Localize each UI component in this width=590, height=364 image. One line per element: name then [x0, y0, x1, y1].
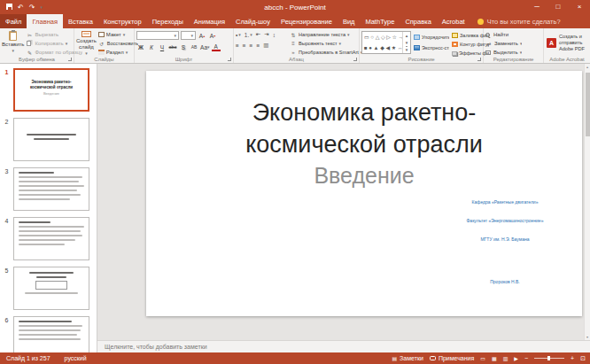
- notes-pane[interactable]: Щелкните, чтобы добавить заметки: [97, 340, 590, 352]
- zoom-in-button[interactable]: +: [571, 355, 574, 361]
- canvas-scrollbar[interactable]: ▴ ▾: [584, 64, 590, 340]
- zoom-slider[interactable]: [534, 358, 564, 359]
- text-direction-button[interactable]: ⇅ Направление текста ▾: [290, 31, 362, 38]
- normal-view-button[interactable]: ▭: [480, 355, 485, 361]
- slide-subtitle[interactable]: Введение: [146, 163, 582, 189]
- thumbnail-slide-1[interactable]: Экономика ракетно- космической отрасли В…: [13, 68, 89, 112]
- slide-title[interactable]: Экономика ракетно- космической отрасли: [146, 97, 582, 160]
- tab-view[interactable]: Вид: [338, 14, 361, 28]
- thumbnail-row-4[interactable]: 4: [0, 217, 97, 260]
- fit-to-window-button[interactable]: ⊡: [580, 355, 586, 362]
- tab-animations[interactable]: Анимация: [189, 14, 230, 28]
- bullets-button[interactable]: •▾: [236, 32, 241, 38]
- save-button[interactable]: [6, 4, 12, 12]
- character-spacing-button[interactable]: АВ: [190, 43, 198, 51]
- language-indicator[interactable]: русский: [65, 355, 87, 361]
- numbering-button[interactable]: 1.▾: [245, 32, 252, 38]
- tab-file[interactable]: Файл: [0, 14, 27, 28]
- scroll-up-icon[interactable]: ▴: [586, 65, 588, 69]
- font-dialog-launcher[interactable]: [228, 58, 231, 61]
- italic-button[interactable]: К: [147, 43, 156, 51]
- comments-toggle-button[interactable]: Примечания: [430, 355, 474, 361]
- qat-customize-button[interactable]: ▾: [40, 4, 43, 10]
- zoom-slider-knob[interactable]: [547, 356, 550, 360]
- align-left-button[interactable]: ≡: [236, 43, 239, 49]
- thumbnail-row-3[interactable]: 3: [0, 167, 97, 211]
- strikethrough-button[interactable]: abc: [168, 43, 177, 51]
- thumbnail-slide-6[interactable]: [13, 316, 89, 352]
- redo-button[interactable]: ↷: [29, 4, 35, 12]
- layout-button[interactable]: Макет ▾: [98, 31, 138, 38]
- text-shadow-button[interactable]: S: [179, 43, 188, 51]
- increase-indent-button[interactable]: ⇥: [264, 31, 268, 38]
- change-case-button[interactable]: Аа▾: [200, 43, 210, 51]
- justify-button[interactable]: ≡: [256, 43, 260, 49]
- convert-smartart-button[interactable]: » Преобразовать в SmartArt ▾: [290, 49, 362, 56]
- slideshow-button[interactable]: ▶: [514, 355, 518, 361]
- thumbnail-slide-3[interactable]: [13, 167, 89, 211]
- columns-button[interactable]: ▥: [263, 42, 268, 49]
- paste-button[interactable]: Вставить ▾: [2, 30, 24, 56]
- zoom-out-button[interactable]: −: [524, 355, 528, 361]
- thumbnail-row-6[interactable]: 6: [0, 316, 97, 352]
- tab-home[interactable]: Главная: [27, 14, 63, 28]
- shapes-more-icon[interactable]: ▾: [406, 46, 408, 52]
- scroll-down-icon[interactable]: ▾: [586, 335, 588, 339]
- clipboard-dialog-launcher[interactable]: [68, 58, 72, 61]
- tell-me-search[interactable]: Что вы хотите сделать?: [470, 14, 568, 28]
- reset-button[interactable]: ↺ Восстановить: [98, 40, 138, 47]
- thumbnail-row-2[interactable]: 2: [0, 118, 97, 161]
- shapes-scroll-down-icon[interactable]: ▾: [406, 40, 408, 45]
- arrange-button[interactable]: Упорядочить: [414, 34, 449, 41]
- notes-toggle-button[interactable]: ▤ Заметки: [392, 355, 423, 361]
- new-slide-button[interactable]: Создать слайд ▾: [76, 30, 97, 56]
- maximize-button[interactable]: □: [547, 0, 569, 14]
- slide-author[interactable]: Пророков Н.В.: [439, 279, 571, 284]
- paragraph-dialog-launcher[interactable]: [353, 58, 357, 61]
- thumbnail-slide-5[interactable]: [13, 267, 89, 310]
- align-text-button[interactable]: ≡ Выровнять текст ▾: [290, 40, 362, 47]
- font-name-select[interactable]: ▾: [136, 31, 179, 40]
- tab-slideshow[interactable]: Слайд-шоу: [230, 14, 276, 28]
- underline-button[interactable]: Ч: [158, 43, 167, 51]
- reading-view-button[interactable]: ▥: [503, 355, 508, 361]
- thumbnail-slide-2[interactable]: [13, 118, 89, 161]
- select-button[interactable]: Выделить ▾: [485, 49, 522, 56]
- tab-help[interactable]: Справка: [400, 14, 436, 28]
- slide-counter[interactable]: Слайд 1 из 257: [6, 355, 50, 361]
- find-button[interactable]: Найти: [485, 31, 522, 38]
- current-slide[interactable]: Экономика ракетно- космической отрасли В…: [146, 71, 582, 316]
- tab-review[interactable]: Рецензирование: [276, 14, 338, 28]
- shapes-scroll-up-icon[interactable]: ▴: [406, 33, 408, 38]
- drawing-dialog-launcher[interactable]: [477, 58, 481, 61]
- close-button[interactable]: ×: [569, 0, 590, 14]
- tab-design[interactable]: Конструктор: [98, 14, 147, 28]
- thumbnail-row-5[interactable]: 5: [0, 267, 97, 310]
- thumbnail-slide-4[interactable]: [13, 217, 89, 260]
- align-center-button[interactable]: ≡: [243, 43, 246, 49]
- slide-credits[interactable]: Кафедра «Ракетные двигатели» Факультет «…: [439, 199, 571, 255]
- undo-button[interactable]: ↶: [18, 4, 24, 12]
- tab-transitions[interactable]: Переходы: [147, 14, 189, 28]
- bold-button[interactable]: Ж: [136, 43, 145, 51]
- font-size-select[interactable]: ▾: [181, 31, 196, 40]
- replace-button[interactable]: ⇄ Заменить ▾: [485, 40, 522, 47]
- minimize-button[interactable]: ─: [526, 0, 547, 14]
- shapes-gallery[interactable]: ▭ ○ △ ◇ ▷ ☆ → ■ ● ▲ ◆ ◀ ★ ↔ ▴ ▾ ▾: [361, 31, 411, 54]
- section-button[interactable]: Раздел ▾: [98, 49, 138, 56]
- decrease-indent-button[interactable]: ⇤: [256, 31, 260, 38]
- align-right-button[interactable]: ≡: [250, 43, 253, 49]
- tab-insert[interactable]: Вставка: [63, 14, 98, 28]
- grow-font-button[interactable]: А▴: [198, 31, 206, 40]
- slide-sorter-view-button[interactable]: ▦: [492, 355, 497, 361]
- scrollbar-thumb[interactable]: [586, 73, 590, 136]
- thumbnail-row-1[interactable]: 1 Экономика ракетно- космической отрасли…: [0, 68, 97, 112]
- line-spacing-button[interactable]: ↕: [273, 32, 276, 38]
- create-pdf-button[interactable]: A Создать и отправить Adobe PDF: [546, 30, 590, 52]
- font-color-button[interactable]: А: [212, 43, 221, 51]
- tab-mathtype[interactable]: MathType: [360, 14, 400, 28]
- tab-acrobat[interactable]: Acrobat: [437, 14, 470, 28]
- shrink-font-button[interactable]: А▾: [208, 31, 217, 40]
- quick-styles-button[interactable]: Экспресс-стили: [414, 44, 449, 51]
- slide-canvas[interactable]: Экономика ракетно- космической отрасли В…: [97, 64, 590, 340]
